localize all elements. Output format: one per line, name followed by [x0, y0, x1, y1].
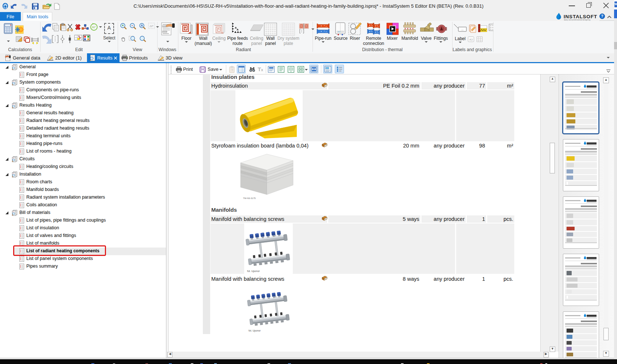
svg-text:fot. Uponor: fot. Uponor: [247, 270, 260, 273]
svg-text:C: C: [29, 37, 30, 39]
svg-text:+: +: [122, 24, 124, 27]
svg-text:A: A: [141, 24, 143, 27]
svg-text:TM-NS-3175: TM-NS-3175: [243, 197, 256, 199]
svg-text:...: ...: [461, 28, 464, 31]
svg-text:fot. Uponor: fot. Uponor: [249, 329, 261, 332]
svg-text:A3: A3: [469, 38, 473, 41]
svg-text:ΔP: ΔP: [149, 24, 154, 28]
svg-text:?: ?: [601, 14, 603, 18]
svg-text:?: ?: [231, 68, 233, 72]
svg-text:−: −: [131, 24, 133, 27]
svg-text:90°: 90°: [92, 26, 96, 29]
